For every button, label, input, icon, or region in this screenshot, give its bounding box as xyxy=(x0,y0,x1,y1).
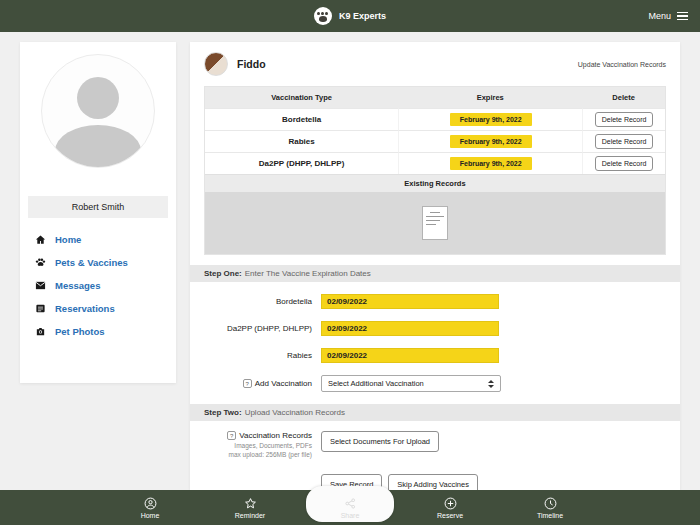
help-icon[interactable]: ? xyxy=(227,431,236,440)
form-row-add-vaccination: ?Add Vaccination Select Additional Vacci… xyxy=(190,375,680,392)
star-icon xyxy=(244,497,257,510)
upload-row: ?Vaccination Records Images, Documents, … xyxy=(190,431,680,460)
step-one-header: Step One:Enter The Vaccine Expiration Da… xyxy=(190,265,680,282)
bottombar-item-share[interactable]: Share xyxy=(300,490,400,525)
expires-cell: February 9th, 2022 xyxy=(398,108,582,130)
form-row-rabies: Rabies xyxy=(190,348,680,363)
existing-records-panel xyxy=(205,192,665,254)
select-documents-button[interactable]: Select Documents For Upload xyxy=(321,431,439,452)
records-label-text: Vaccination Records xyxy=(239,431,312,440)
col-header-delete: Delete xyxy=(582,87,665,108)
step-two-subtitle: Upload Vaccination Records xyxy=(245,408,345,417)
sidebar-nav: Home Pets & Vaccines Messages Reservatio… xyxy=(35,234,176,337)
vaccine-type-cell: Rabies xyxy=(205,130,398,152)
form-row-da2pp: Da2PP (DHPP, DHLPP) xyxy=(190,321,680,336)
sidebar-item-home[interactable]: Home xyxy=(35,234,176,245)
sidebar-item-label: Messages xyxy=(55,280,100,291)
expiration-form: Bordetella Da2PP (DHPP, DHLPP) Rabies ?A… xyxy=(190,282,680,392)
select-arrows-icon xyxy=(488,380,494,388)
pet-header: Fiddo Update Vaccination Records xyxy=(190,42,680,84)
update-vaccination-records-link[interactable]: Update Vaccination Records xyxy=(578,61,666,68)
step-two-header: Step Two:Upload Vaccination Records xyxy=(190,404,680,421)
expiry-date-badge: February 9th, 2022 xyxy=(450,135,532,148)
pet-avatar xyxy=(204,52,228,76)
vaccine-type-cell: Bordetella xyxy=(205,108,398,130)
vaccination-records-text: ?Vaccination Records xyxy=(190,431,312,440)
pet-name: Fiddo xyxy=(237,58,266,70)
additional-vaccination-select[interactable]: Select Additional Vaccination xyxy=(321,375,501,392)
form-row-bordetella: Bordetella xyxy=(190,294,680,309)
bottombar-label: Home xyxy=(141,512,160,519)
delete-record-button[interactable]: Delete Record xyxy=(595,156,654,171)
col-header-vaccination-type: Vaccination Type xyxy=(205,87,398,108)
sidebar-item-reservations[interactable]: Reservations xyxy=(35,303,176,314)
skip-adding-vaccines-button[interactable]: Skip Adding Vaccines xyxy=(388,474,478,490)
bottombar-label: Timeline xyxy=(537,512,563,519)
hint-line-2: max upload: 256MB (per file) xyxy=(229,451,312,458)
history-icon xyxy=(544,497,557,510)
bottombar-label: Reserve xyxy=(437,512,463,519)
sidebar-item-label: Reservations xyxy=(55,303,115,314)
hamburger-icon xyxy=(677,12,688,21)
sidebar-item-label: Pets & Vaccines xyxy=(55,257,128,268)
record-document-thumbnail[interactable] xyxy=(422,206,448,240)
sidebar-item-messages[interactable]: Messages xyxy=(35,280,176,291)
bottombar-item-reminder[interactable]: Reminder xyxy=(200,490,300,525)
table-row-rabies: Rabies February 9th, 2022 Delete Record xyxy=(205,130,665,152)
bottombar: Home Reminder Share Reserve Timeline xyxy=(0,490,700,525)
rabies-expiry-input[interactable] xyxy=(321,348,499,363)
brand[interactable]: K9 Experts xyxy=(314,7,386,25)
delete-record-button[interactable]: Delete Record xyxy=(595,112,654,127)
reservations-icon xyxy=(35,303,46,314)
rabies-label: Rabies xyxy=(190,351,312,360)
sidebar-item-pet-photos[interactable]: Pet Photos xyxy=(35,326,176,337)
user-name: Robert Smith xyxy=(28,196,168,218)
sidebar-item-label: Home xyxy=(55,234,81,245)
hint-line-1: Images, Documents, PDFs xyxy=(234,442,312,449)
delete-cell: Delete Record xyxy=(582,130,665,152)
vaccine-type-cell: Da2PP (DHPP, DHLPP) xyxy=(205,152,398,174)
main-panel: Fiddo Update Vaccination Records Vaccina… xyxy=(190,42,680,490)
add-vaccination-label: ?Add Vaccination xyxy=(190,379,312,388)
expiry-date-badge: February 9th, 2022 xyxy=(450,113,532,126)
bordetella-label: Bordetella xyxy=(190,297,312,306)
menu-button[interactable]: Menu xyxy=(648,0,688,32)
vaccination-table: Vaccination Type Expires Delete Bordetel… xyxy=(204,86,666,255)
da2pp-label: Da2PP (DHPP, DHLPP) xyxy=(190,324,312,333)
sidebar: Robert Smith Home Pets & Vaccines Messag… xyxy=(20,42,176,383)
select-value: Select Additional Vaccination xyxy=(328,379,424,388)
k9-logo-icon xyxy=(314,7,332,25)
camera-icon xyxy=(35,326,46,337)
home-icon xyxy=(35,234,46,245)
delete-cell: Delete Record xyxy=(582,108,665,130)
paw-icon xyxy=(35,257,46,268)
share-icon xyxy=(344,497,357,510)
topbar: K9 Experts Menu xyxy=(0,0,700,32)
delete-record-button[interactable]: Delete Record xyxy=(595,134,654,149)
brand-name: K9 Experts xyxy=(339,11,386,21)
step-two-title: Step Two: xyxy=(204,408,242,417)
table-row-da2pp: Da2PP (DHPP, DHLPP) February 9th, 2022 D… xyxy=(205,152,665,174)
plus-circle-icon xyxy=(444,497,457,510)
expiry-date-badge: February 9th, 2022 xyxy=(450,157,532,170)
step-one-subtitle: Enter The Vaccine Expiration Dates xyxy=(245,269,371,278)
step-one-title: Step One: xyxy=(204,269,242,278)
bordetella-expiry-input[interactable] xyxy=(321,294,499,309)
add-vaccination-text: Add Vaccination xyxy=(255,379,312,388)
sidebar-item-pets-vaccines[interactable]: Pets & Vaccines xyxy=(35,257,176,268)
help-icon[interactable]: ? xyxy=(243,379,252,388)
expires-cell: February 9th, 2022 xyxy=(398,130,582,152)
user-avatar xyxy=(41,54,155,168)
existing-records-header: Existing Records xyxy=(205,174,665,192)
account-icon xyxy=(144,497,157,510)
vaccination-records-label: ?Vaccination Records Images, Documents, … xyxy=(190,431,312,460)
bottombar-item-home[interactable]: Home xyxy=(100,490,200,525)
table-header-row: Vaccination Type Expires Delete xyxy=(205,87,665,108)
bottombar-label: Share xyxy=(341,512,360,519)
sidebar-item-label: Pet Photos xyxy=(55,326,105,337)
bottombar-item-timeline[interactable]: Timeline xyxy=(500,490,600,525)
bottombar-item-reserve[interactable]: Reserve xyxy=(400,490,500,525)
envelope-icon xyxy=(35,280,46,291)
upload-hint: Images, Documents, PDFs max upload: 256M… xyxy=(190,442,312,460)
da2pp-expiry-input[interactable] xyxy=(321,321,499,336)
